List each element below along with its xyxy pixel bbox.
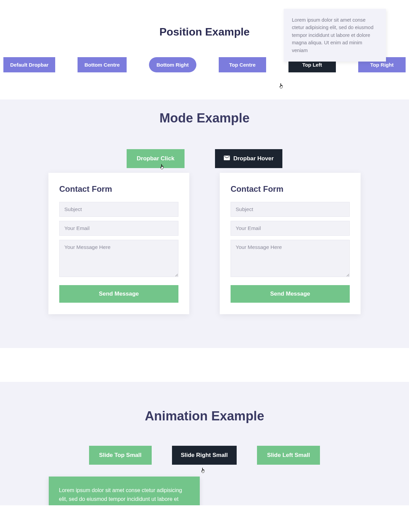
subject-input[interactable]	[231, 202, 350, 217]
send-message-button[interactable]: Send Message	[231, 285, 350, 303]
default-dropbar-button[interactable]: Default Dropbar	[3, 57, 55, 72]
mode-buttons-row: Dropbar Click Dropbar Hover	[0, 149, 409, 168]
mail-icon	[224, 155, 230, 162]
bottom-right-button[interactable]: Bottom Right	[149, 57, 196, 72]
email-input[interactable]	[231, 221, 350, 236]
animation-buttons-row: Slide Top Small Slide Right Small Slide …	[0, 446, 409, 465]
message-textarea[interactable]	[231, 240, 350, 277]
bottom-centre-button[interactable]: Bottom Centre	[78, 57, 126, 72]
dropbar-click-label: Dropbar Click	[137, 155, 174, 162]
pointer-cursor-icon	[278, 83, 284, 90]
animation-title: Animation Example	[0, 409, 409, 423]
tooltip-top-left: Lorem ipsum dolor sit amet conse ctetur …	[284, 9, 386, 62]
form-title: Contact Form	[231, 184, 350, 194]
pointer-cursor-icon	[200, 467, 206, 475]
position-example-section: Lorem ipsum dolor sit amet conse ctetur …	[0, 0, 409, 99]
animation-dropdown: Lorem ipsum dolor sit amet conse ctetur …	[49, 477, 200, 505]
email-input[interactable]	[59, 221, 178, 236]
subject-input[interactable]	[59, 202, 178, 217]
send-message-button[interactable]: Send Message	[59, 285, 178, 303]
dropbar-hover-label: Dropbar Hover	[233, 155, 274, 162]
animation-example-section: Animation Example Slide Top Small Slide …	[0, 382, 409, 505]
slide-top-small-button[interactable]: Slide Top Small	[89, 446, 152, 465]
form-title: Contact Form	[59, 184, 178, 194]
mode-example-section: Mode Example Dropbar Click Dropbar Hover…	[0, 99, 409, 348]
contact-form-right: Contact Form Send Message	[220, 173, 361, 314]
dropbar-click-button[interactable]: Dropbar Click	[127, 149, 185, 168]
dropbar-hover-button[interactable]: Dropbar Hover	[215, 149, 282, 168]
message-textarea[interactable]	[59, 240, 178, 277]
mode-title: Mode Example	[0, 99, 409, 125]
contact-form-left: Contact Form Send Message	[48, 173, 189, 314]
forms-row: Contact Form Send Message Contact Form S…	[0, 173, 409, 314]
slide-right-small-button[interactable]: Slide Right Small	[172, 446, 237, 465]
top-centre-button[interactable]: Top Centre	[219, 57, 266, 72]
slide-left-small-button[interactable]: Slide Left Small	[257, 446, 320, 465]
